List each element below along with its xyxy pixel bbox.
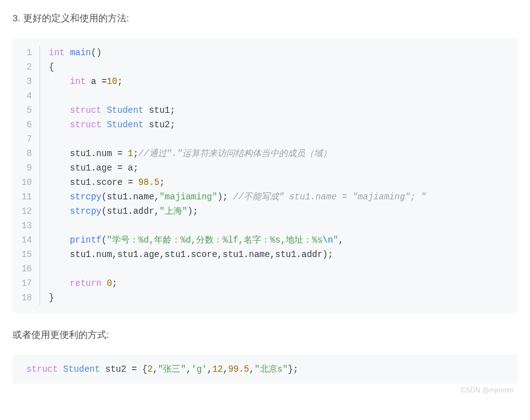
code-token: printf [70, 235, 101, 245]
code-line: 12 strcpy(stu1.addr,"上海"); [13, 204, 517, 219]
line-number: 12 [13, 204, 40, 219]
code-token: (stu1.addr, [101, 206, 159, 216]
code-line: 14 printf("学号：%d,年龄：%d,分数：%lf,名字：%s,地址：%… [13, 233, 517, 248]
code-token: 0 [107, 278, 112, 288]
code-token: stu2 = { [100, 364, 148, 374]
code-token: 99.5 [228, 364, 249, 374]
code-token: stu1.num,stu1.age,stu1.score,stu1.name,s… [49, 249, 333, 260]
code-token [58, 364, 63, 374]
line-content: stu1.age = a; [49, 161, 517, 176]
code-line: 15 stu1.num,stu1.age,stu1.score,stu1.nam… [13, 248, 517, 262]
code-line: 11 strcpy(stu1.name,"majiaming"); //不能写成… [13, 190, 517, 204]
code-line: 1int main() [13, 46, 517, 60]
line-number: 14 [13, 233, 40, 248]
line-number: 17 [13, 276, 40, 291]
line-content: printf("学号：%d,年龄：%d,分数：%lf,名字：%s,地址：%s\n… [49, 233, 517, 248]
code-token: int [49, 48, 65, 58]
line-content: struct Student stu1; [49, 103, 517, 118]
code-line: 8 stu1.num = 1;//通过"."运算符来访问结构体当中的成员（域） [13, 147, 517, 161]
line-content [49, 89, 517, 103]
code-token: 12 [212, 364, 223, 374]
code-token: 10 [107, 76, 117, 87]
code-token: , [249, 364, 254, 374]
code-line: 16 [13, 262, 517, 276]
code-block-inline: struct Student stu2 = {2,"张三",'g',12,99.… [13, 355, 517, 384]
code-token: 98.5 [138, 177, 160, 187]
code-block-main: 1int main()2{3 int a =10;45 struct Stude… [13, 38, 517, 313]
code-line: 6 struct Student stu2; [13, 118, 517, 132]
code-token: struct [70, 105, 101, 115]
code-token: //通过"."运算符来访问结构体当中的成员（域） [138, 149, 331, 159]
line-content: strcpy(stu1.name,"majiaming"); //不能写成" s… [49, 190, 517, 204]
code-token: ; [159, 177, 164, 187]
code-token: stu1.num = [49, 149, 128, 159]
code-token: { [49, 62, 54, 72]
line-content: stu1.score = 98.5; [49, 176, 517, 190]
code-token [49, 206, 70, 216]
code-token: } [49, 293, 54, 303]
line-content: stu1.num,stu1.age,stu1.score,stu1.name,s… [49, 248, 517, 262]
code-token: ); [187, 206, 198, 216]
line-number: 9 [13, 161, 40, 176]
code-token: Student [107, 120, 143, 130]
code-token: int [70, 76, 86, 87]
code-token: stu2; [143, 120, 175, 130]
code-line: 7 [13, 132, 517, 147]
line-number: 10 [13, 176, 40, 190]
code-token: }; [288, 364, 298, 374]
line-content: struct Student stu2; [49, 118, 517, 132]
code-line: 18} [13, 291, 517, 305]
code-token: ); [217, 192, 233, 202]
code-token: stu1.age = a; [49, 163, 138, 173]
line-number: 15 [13, 248, 40, 262]
line-content: } [49, 291, 517, 305]
code-token: main [70, 48, 91, 58]
code-token: "北京s" [254, 364, 288, 374]
code-token: struct [26, 364, 58, 374]
code-line: 3 int a =10; [13, 75, 517, 89]
code-token: a = [86, 76, 107, 87]
code-token: , [338, 235, 343, 245]
code-line: 13 [13, 219, 517, 233]
sub-text: 或者使用更便利的方式: [13, 329, 517, 341]
code-token: "张三" [158, 364, 186, 374]
code-token: strcpy [70, 206, 101, 216]
line-number: 7 [13, 132, 40, 147]
line-number: 18 [13, 291, 40, 305]
line-content [49, 262, 517, 276]
line-number: 13 [13, 219, 40, 233]
line-content: return 0; [49, 276, 517, 291]
line-number: 11 [13, 190, 40, 204]
code-token: ; [133, 149, 138, 159]
code-token: 'g' [191, 364, 207, 374]
line-number: 16 [13, 262, 40, 276]
code-token: Student [107, 105, 143, 115]
code-line: 4 [13, 89, 517, 103]
code-token: (stu1.name, [101, 192, 159, 202]
code-token: , [207, 364, 212, 374]
code-line: 17 return 0; [13, 276, 517, 291]
line-number: 5 [13, 103, 40, 118]
code-token: //不能写成" stu1.name = "majiaming"; " [233, 192, 426, 202]
section-title: 3. 更好的定义和使用的方法: [13, 13, 517, 24]
code-token: "学号：%d,年龄：%d,分数：%lf,名字：%s,地址：%s [107, 235, 322, 245]
code-token: () [91, 48, 101, 58]
watermark-text: CSDN @mjmmm [13, 386, 517, 394]
line-content: { [49, 60, 517, 75]
line-number: 6 [13, 118, 40, 132]
code-token: struct [70, 120, 101, 130]
line-content [49, 132, 517, 147]
code-line: 5 struct Student stu1; [13, 103, 517, 118]
code-token: stu1; [143, 105, 175, 115]
code-token: stu1.score = [49, 177, 138, 187]
code-line: 9 stu1.age = a; [13, 161, 517, 176]
code-token [65, 48, 70, 58]
code-token: 2 [147, 364, 152, 374]
line-content: int main() [49, 46, 517, 60]
line-number: 2 [13, 60, 40, 75]
code-token [49, 76, 70, 87]
code-token: ; [117, 76, 122, 87]
code-token [49, 120, 70, 130]
code-line: 2{ [13, 60, 517, 75]
code-token: Student [63, 364, 100, 374]
